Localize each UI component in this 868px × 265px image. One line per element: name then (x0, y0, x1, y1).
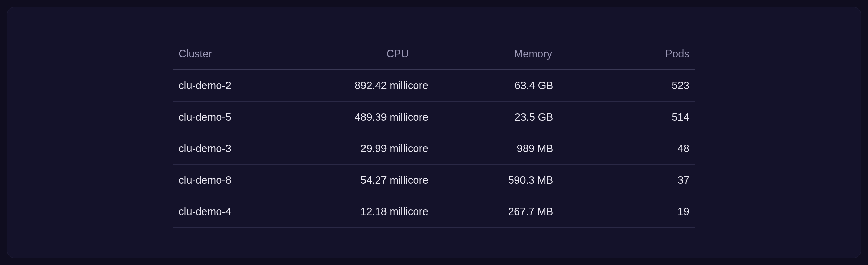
cluster-resource-table: Cluster CPU Memory Pods clu-demo-2 892.4… (173, 41, 695, 228)
table-row[interactable]: clu-demo-2 892.42 millicore 63.4 GB 523 (173, 70, 695, 102)
cell-cpu: 489.39 millicore (319, 102, 476, 133)
cell-cluster: clu-demo-2 (173, 70, 319, 102)
cell-memory: 989 MB (476, 133, 590, 165)
cell-cluster: clu-demo-5 (173, 102, 319, 133)
header-cpu[interactable]: CPU (319, 41, 476, 70)
table-header-row: Cluster CPU Memory Pods (173, 41, 695, 70)
cluster-resource-panel: Cluster CPU Memory Pods clu-demo-2 892.4… (7, 7, 861, 258)
cell-pods: 19 (590, 196, 695, 228)
table-row[interactable]: clu-demo-3 29.99 millicore 989 MB 48 (173, 133, 695, 165)
table-row[interactable]: clu-demo-8 54.27 millicore 590.3 MB 37 (173, 165, 695, 196)
header-cluster[interactable]: Cluster (173, 41, 319, 70)
cell-cpu: 54.27 millicore (319, 165, 476, 196)
cell-memory: 267.7 MB (476, 196, 590, 228)
cell-pods: 48 (590, 133, 695, 165)
cell-pods: 514 (590, 102, 695, 133)
table-row[interactable]: clu-demo-4 12.18 millicore 267.7 MB 19 (173, 196, 695, 228)
cell-memory: 63.4 GB (476, 70, 590, 102)
cell-pods: 37 (590, 165, 695, 196)
cell-pods: 523 (590, 70, 695, 102)
cell-cpu: 29.99 millicore (319, 133, 476, 165)
table-row[interactable]: clu-demo-5 489.39 millicore 23.5 GB 514 (173, 102, 695, 133)
header-memory[interactable]: Memory (476, 41, 590, 70)
cell-memory: 23.5 GB (476, 102, 590, 133)
cell-cpu: 12.18 millicore (319, 196, 476, 228)
cell-cluster: clu-demo-8 (173, 165, 319, 196)
cell-cluster: clu-demo-3 (173, 133, 319, 165)
cell-cpu: 892.42 millicore (319, 70, 476, 102)
header-pods[interactable]: Pods (590, 41, 695, 70)
cell-memory: 590.3 MB (476, 165, 590, 196)
cell-cluster: clu-demo-4 (173, 196, 319, 228)
